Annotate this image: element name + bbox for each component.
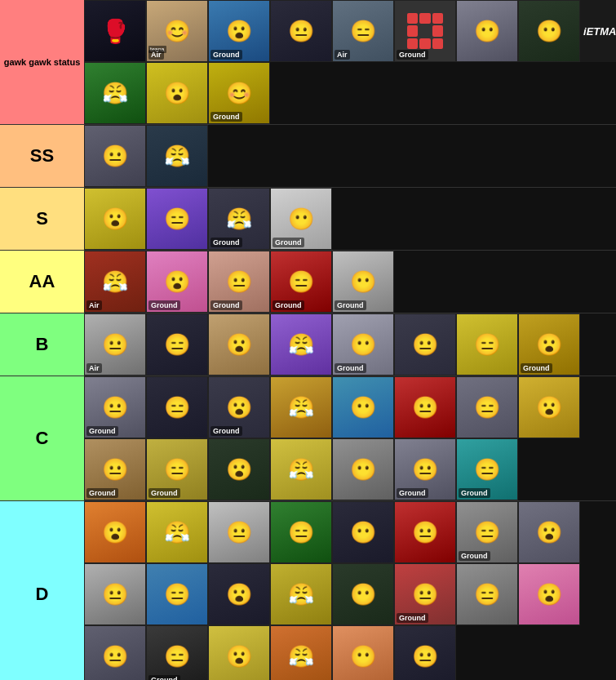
tier-row-ss: SS 😐 😤 (0, 125, 616, 188)
cell-yellow2: 😊 Ground (208, 62, 270, 124)
cell-label-b5: Ground (335, 363, 366, 373)
cell-label-aa2: Ground (148, 300, 180, 310)
watermark-text: iETMAKER (583, 25, 616, 38)
cell-bluehair: 😮 Ground (208, 0, 270, 62)
tier-d-text: D (36, 584, 49, 605)
tier-label-aa: AA (0, 251, 84, 313)
tier-label-splus: gawk gawk status (0, 0, 84, 124)
cell-aa5: 😶 Ground (332, 251, 394, 313)
tier-row-aa: AA 😤 Air 😮 Ground 😐 Ground 😑 Ground 😶 Gr… (0, 251, 616, 313)
cell-label-c10: Ground (148, 488, 180, 498)
cell-d3: 😐 (208, 501, 270, 563)
tier-cells-splus: 🥊 😊 Air teana 😮 Ground 😐 (84, 0, 616, 124)
cell-d14: 😐 Ground (394, 563, 456, 625)
tier-list: gawk gawk status 🥊 😊 Air teana 😮 Ground (0, 0, 616, 680)
cell-grey1: 😶 (456, 0, 518, 62)
tier-cells-aa: 😤 Air 😮 Ground 😐 Ground 😑 Ground 😶 Groun… (84, 251, 616, 313)
cell-label-d14: Ground (397, 613, 428, 623)
cell-d10: 😑 (146, 563, 208, 625)
cell-d22: 😐 (394, 625, 456, 680)
cell-b5: 😶 Ground (332, 313, 394, 376)
tier-label-text: gawk gawk status (1, 54, 84, 70)
cell-d19: 😮 (208, 625, 270, 680)
cell-c13: 😶 (332, 438, 394, 500)
cell-label-c1: Ground (86, 426, 118, 436)
cell-d20: 😤 (270, 625, 332, 680)
cell-label-b8: Ground (521, 363, 552, 373)
cell-d21: 😶 (332, 625, 394, 680)
cell-label-c9: Ground (86, 488, 118, 498)
cell-label-d18: Ground (148, 675, 180, 680)
cell-d7: 😑 Ground (456, 501, 518, 563)
cell-aa3: 😐 Ground (208, 251, 270, 313)
cell-d15: 😑 (456, 563, 518, 625)
cell-d13: 😶 (332, 563, 394, 625)
cell-label-ground1: Ground (211, 50, 242, 60)
cell-s2: 😑 (146, 188, 208, 250)
cell-label-ground2: Ground (397, 50, 428, 60)
tier-row-d: D 😮 😤 😐 😑 😶 (0, 501, 616, 680)
cell-white1: 😑 Air (332, 0, 394, 62)
cell-aa4: 😑 Ground (270, 251, 332, 313)
cell-label-aa4: Ground (273, 300, 304, 310)
cell-b2: 😑 (146, 313, 208, 376)
cell-s4: 😶 Ground (270, 188, 332, 250)
cell-d18: 😑 Ground (146, 625, 208, 680)
tier-ss-text: SS (30, 145, 54, 167)
cell-c14: 😐 Ground (394, 438, 456, 500)
cell-d12: 😤 (270, 563, 332, 625)
cell-c1: 😐 Ground (84, 376, 146, 438)
cell-ss2: 😤 (146, 125, 208, 187)
cell-c6: 😐 (394, 376, 456, 438)
cell-logo: Ground (394, 0, 456, 62)
cell-label-c15: Ground (459, 488, 490, 498)
cell-s1: 😮 (84, 188, 146, 250)
cell-aa2: 😮 Ground (146, 251, 208, 313)
tier-cells-ss: 😐 😤 (84, 125, 616, 187)
cell-b3: 😮 (208, 313, 270, 376)
tier-cells-d: 😮 😤 😐 😑 😶 😐 😑 G (84, 501, 616, 680)
cell-b1: 😐 Air (84, 313, 146, 376)
cell-d2: 😤 (146, 501, 208, 563)
cell-b6: 😐 (394, 313, 456, 376)
cell-dark2: 😶 (518, 0, 580, 62)
tier-row-c: C 😐 Ground 😑 😮 Ground 😤 😶 (0, 376, 616, 501)
cell-c7: 😑 (456, 376, 518, 438)
cell-green1: 😤 (84, 62, 146, 124)
cell-d9: 😐 (84, 563, 146, 625)
cell-b7: 😑 (456, 313, 518, 376)
cell-d8: 😮 (518, 501, 580, 563)
tier-b-text: B (36, 334, 49, 355)
cell-c2: 😑 (146, 376, 208, 438)
tier-s-text: S (36, 208, 48, 229)
tier-label-ss: SS (0, 125, 84, 187)
cell-label-d7: Ground (459, 551, 490, 561)
cell-d4: 😑 (270, 501, 332, 563)
cell-label-b1: Air (86, 363, 102, 373)
tier-row-splus: gawk gawk status 🥊 😊 Air teana 😮 Ground (0, 0, 616, 125)
cell-c4: 😤 (270, 376, 332, 438)
cell-d11: 😮 (208, 563, 270, 625)
cell-c9: 😐 Ground (84, 438, 146, 500)
cell-c15: 😑 Ground (456, 438, 518, 500)
tier-c-text: C (36, 428, 49, 449)
cell-label-air2: Air (335, 50, 350, 60)
cell-c3: 😮 Ground (208, 376, 270, 438)
cell-dark1: 😐 (270, 0, 332, 62)
cell-ss1: 😐 (84, 125, 146, 187)
tier-cells-c: 😐 Ground 😑 😮 Ground 😤 😶 😐 (84, 376, 616, 500)
cell-d1: 😮 (84, 501, 146, 563)
tier-label-b: B (0, 313, 84, 376)
cell-b4: 😤 (270, 313, 332, 376)
cell-c12: 😤 (270, 438, 332, 500)
tier-label-c: C (0, 376, 84, 500)
cell-s3: 😤 Ground (208, 188, 270, 250)
tier-cells-s: 😮 😑 😤 Ground 😶 Ground (84, 188, 616, 250)
cell-goku: 🥊 (84, 0, 146, 62)
cell-teana: 😊 Air teana (146, 0, 208, 62)
cell-watermark: iETMAKER (580, 0, 616, 62)
cell-label-s3-ground: Ground (211, 238, 242, 247)
cell-b8: 😮 Ground (518, 313, 580, 376)
cell-label-aa1: Air (86, 300, 102, 310)
cell-label-s4-ground: Ground (273, 238, 304, 247)
